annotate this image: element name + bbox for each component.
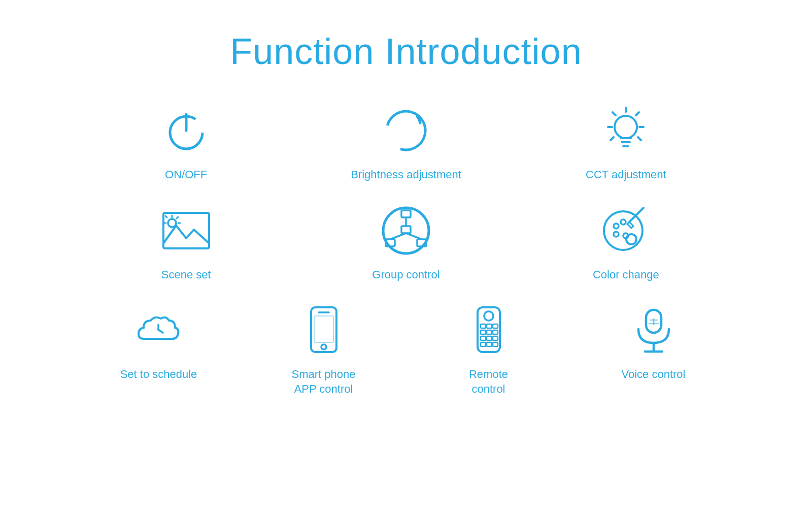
svg-line-27 [390,233,406,239]
color-icon [598,203,654,259]
svg-rect-47 [487,324,492,328]
feature-brightness: Brightness adjustment [296,98,516,187]
svg-rect-14 [163,213,209,248]
svg-rect-49 [481,330,486,334]
svg-rect-48 [493,324,498,328]
svg-point-45 [484,311,493,321]
svg-rect-43 [314,316,333,342]
feature-row-3: Set to schedule Smart phone APP control [76,297,736,401]
svg-line-35 [634,208,644,217]
svg-line-28 [406,233,422,239]
feature-scene: Scene set [76,198,296,288]
page-title: Function Introduction [230,30,582,72]
feature-row-1: ON/OFF Brightness adjustment [76,98,736,187]
svg-point-2 [380,104,432,157]
svg-point-31 [614,224,619,229]
svg-point-3 [615,116,637,138]
feature-on-off: ON/OFF [76,98,296,187]
power-icon [158,103,214,158]
svg-rect-56 [487,342,492,346]
svg-line-36 [629,217,634,222]
svg-line-13 [638,137,641,140]
feature-smartphone: Smart phone APP control [241,297,406,401]
scene-icon [158,203,214,259]
brightness-label: Brightness adjustment [351,168,461,182]
svg-line-17 [177,217,178,218]
feature-remote: Remote control [406,297,571,401]
svg-point-34 [623,233,628,238]
svg-point-15 [168,219,176,227]
schedule-icon [131,302,187,358]
svg-rect-54 [493,336,498,340]
feature-schedule: Set to schedule [76,297,241,401]
remote-label: Remote control [469,367,508,396]
svg-rect-52 [481,336,486,340]
svg-line-10 [613,112,616,115]
svg-rect-22 [401,210,411,217]
voice-icon [626,302,682,358]
svg-rect-40 [311,307,336,352]
svg-point-32 [621,219,626,225]
feature-color: Color change [516,198,736,288]
voice-label: Voice control [622,367,686,382]
svg-rect-55 [481,342,486,346]
on-off-label: ON/OFF [165,168,207,182]
schedule-label: Set to schedule [120,367,197,382]
color-label: Color change [593,268,659,282]
svg-line-20 [165,216,167,217]
svg-rect-46 [481,324,486,328]
svg-rect-51 [493,330,498,334]
svg-rect-50 [487,330,492,334]
smartphone-icon [296,302,352,358]
scene-label: Scene set [161,268,211,282]
group-icon [378,203,434,259]
group-label: Group control [372,268,439,282]
cct-icon [598,103,654,158]
feature-row-2: Scene set Group control [76,198,736,288]
svg-point-33 [614,232,619,237]
svg-rect-57 [493,342,498,346]
svg-rect-53 [487,336,492,340]
feature-voice: Voice control [571,297,736,401]
remote-icon [461,302,517,358]
svg-point-42 [321,344,326,350]
brightness-icon [378,103,434,158]
svg-line-11 [636,112,639,115]
svg-line-39 [158,330,163,333]
svg-rect-25 [401,226,411,233]
feature-group: Group control [296,198,516,288]
smartphone-label: Smart phone APP control [292,367,356,396]
svg-point-29 [604,211,642,250]
cct-label: CCT adjustment [586,168,666,182]
feature-cct: CCT adjustment [516,98,736,187]
svg-line-12 [611,137,614,140]
